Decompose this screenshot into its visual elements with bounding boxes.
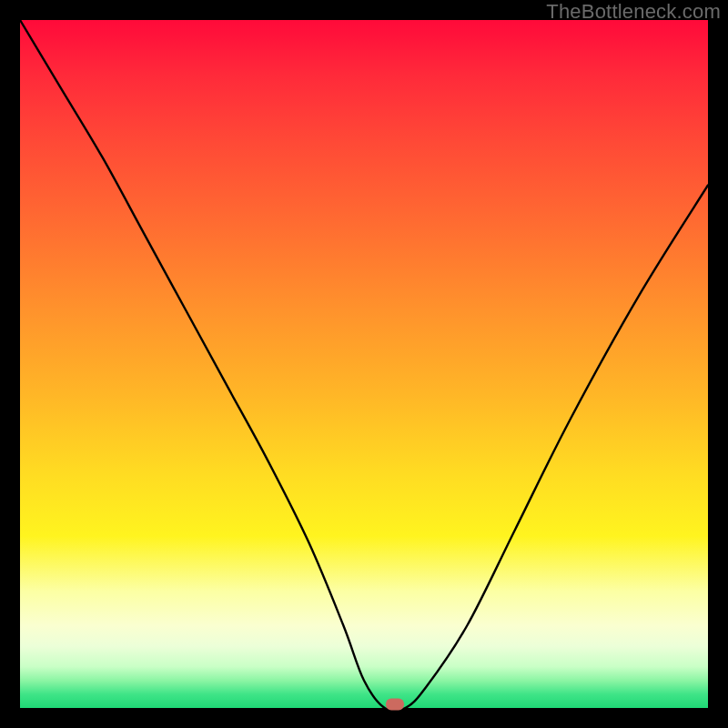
optimum-marker xyxy=(386,699,404,711)
plot-area xyxy=(20,20,708,708)
watermark-text: TheBottleneck.com xyxy=(546,0,721,24)
chart-frame: TheBottleneck.com xyxy=(0,0,728,728)
curve-svg xyxy=(20,20,708,708)
bottleneck-curve xyxy=(20,20,708,708)
